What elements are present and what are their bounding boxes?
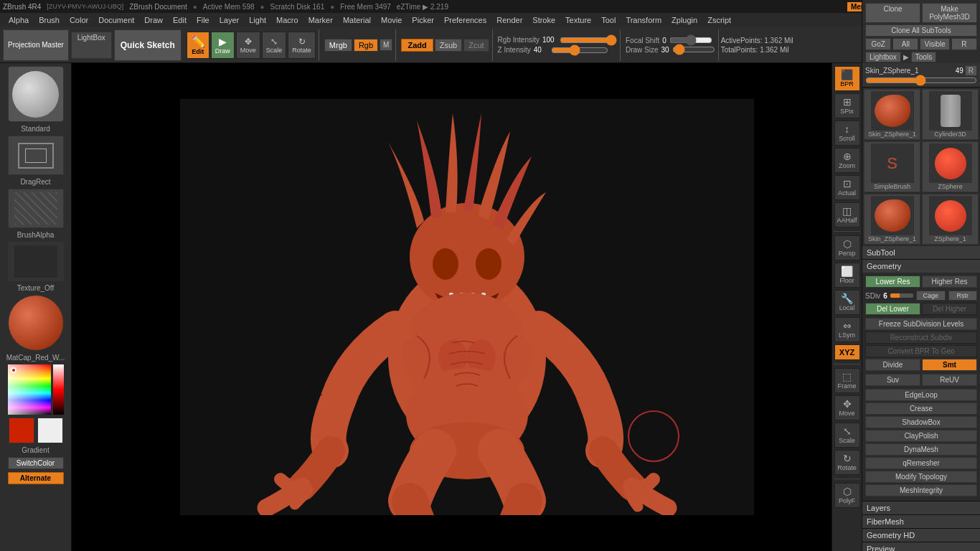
- brush-alpha-thumbnail[interactable]: [8, 189, 64, 228]
- floor-button[interactable]: ⬜ Floor: [834, 263, 860, 288]
- menu-marker[interactable]: Marker: [304, 14, 337, 26]
- texture-thumbnail[interactable]: [8, 242, 64, 281]
- reconstruct-subdiv-button[interactable]: Reconstruct Subdiv: [865, 331, 977, 344]
- aahalf-button[interactable]: ◫ AAHalf: [834, 202, 860, 227]
- menu-zplugin[interactable]: Zplugin: [667, 14, 702, 26]
- move-tool-button[interactable]: ✥ Move: [834, 395, 860, 420]
- menu-edit[interactable]: Edit: [169, 14, 191, 26]
- rgb-intensity-slider[interactable]: [560, 37, 617, 43]
- del-higher-button[interactable]: Del Higher: [922, 303, 977, 315]
- clone-button[interactable]: Clone: [865, 3, 920, 23]
- rotate-button[interactable]: ↻ Rotate: [288, 32, 316, 59]
- matcap-thumbnail[interactable]: [8, 295, 64, 351]
- menu-zscript[interactable]: Zscript: [703, 14, 735, 26]
- geometry-hd-header[interactable]: Geometry HD: [862, 529, 980, 542]
- menu-render[interactable]: Render: [492, 14, 527, 26]
- menu-transform[interactable]: Transform: [621, 14, 666, 26]
- scroll-button[interactable]: ↕ Scroll: [834, 121, 860, 146]
- zadd-button[interactable]: Zadd: [401, 39, 433, 52]
- higher-res-button[interactable]: Higher Res: [922, 276, 977, 288]
- qremesher-button[interactable]: qRemesher: [865, 457, 977, 469]
- local-button[interactable]: 🔧 Local: [834, 290, 860, 315]
- z-intensity-slider[interactable]: [551, 47, 608, 53]
- lsym-button[interactable]: ⇔ LSym: [834, 317, 860, 342]
- frame-button[interactable]: ⬚ Frame: [834, 368, 860, 393]
- menu-file[interactable]: File: [192, 14, 214, 26]
- canvas-area[interactable]: [72, 63, 862, 551]
- switch-color-button[interactable]: SwitchColor: [8, 457, 64, 469]
- mrgb-button[interactable]: Mrgb: [324, 39, 352, 52]
- all-button[interactable]: All: [892, 38, 918, 50]
- move-button[interactable]: ✥ Move: [236, 32, 260, 59]
- rotate-tool-button[interactable]: ↻ Rotate: [834, 450, 860, 475]
- preview-header[interactable]: Preview: [862, 542, 980, 551]
- draw-button[interactable]: ▶ Draw: [211, 32, 235, 59]
- sdiv-slider[interactable]: [890, 293, 913, 298]
- thumb-skin-zsphere1[interactable]: Skin_ZSphere_1: [864, 89, 920, 140]
- foreground-swatch[interactable]: [9, 418, 34, 443]
- zsub-button[interactable]: Zsub: [435, 39, 462, 52]
- thumb-skin-zsphere1b[interactable]: Skin_ZSphere_1: [864, 194, 920, 245]
- dynamesh-button[interactable]: DynaMesh: [865, 443, 977, 456]
- convert-bpr-button[interactable]: Convert BPR To Geo: [865, 345, 977, 357]
- zcut-button[interactable]: Zcut: [463, 39, 489, 52]
- persp-button[interactable]: ⬡ Persp: [834, 235, 860, 260]
- make-polymesh3d-button[interactable]: Make PolyMesh3D: [922, 3, 977, 23]
- m-button[interactable]: M: [380, 39, 392, 51]
- background-swatch[interactable]: [37, 418, 63, 443]
- menu-tool[interactable]: Tool: [597, 14, 620, 26]
- menu-brush[interactable]: Brush: [34, 14, 64, 26]
- actual-button[interactable]: ⊡ Actual: [834, 175, 860, 200]
- bpr-button[interactable]: ⬛ BPR: [834, 66, 860, 91]
- suv-button[interactable]: Suv: [865, 374, 920, 386]
- rgb-button[interactable]: Rgb: [354, 39, 378, 52]
- r-button[interactable]: R: [951, 38, 977, 50]
- geometry-header[interactable]: Geometry: [862, 260, 980, 273]
- skin-slider[interactable]: [865, 77, 977, 83]
- claypolish-button[interactable]: ClayPolish: [865, 430, 977, 442]
- rstr-button[interactable]: Rstr: [948, 291, 977, 301]
- layers-header[interactable]: Layers: [862, 501, 980, 514]
- shadowbox-button[interactable]: ShadowBox: [865, 416, 977, 428]
- meshintegrity-button[interactable]: MeshIntegrity: [865, 484, 977, 496]
- quick-sketch-button[interactable]: Quick Sketch: [114, 29, 182, 61]
- edit-button[interactable]: ✏️ Edit: [187, 32, 209, 59]
- menu-material[interactable]: Material: [339, 14, 375, 26]
- menu-movie[interactable]: Movie: [377, 14, 406, 26]
- goz-button[interactable]: GoZ: [865, 38, 891, 50]
- menu-macro[interactable]: Macro: [272, 14, 303, 26]
- edgeloop-button[interactable]: EdgeLoop: [865, 389, 977, 401]
- projection-master-button[interactable]: Projection Master: [3, 29, 69, 61]
- menu-alpha[interactable]: Alpha: [4, 14, 33, 26]
- menu-draw[interactable]: Draw: [140, 14, 167, 26]
- crease-button[interactable]: Crease: [865, 402, 977, 415]
- tools-panel-button[interactable]: Tools: [911, 52, 936, 62]
- visible-button[interactable]: Visible: [920, 38, 949, 50]
- thumb-cylinder3d[interactable]: Cylinder3D: [922, 89, 979, 140]
- fibermesh-header[interactable]: FiberMesh: [862, 515, 980, 528]
- modify-topology-button[interactable]: Modify Topology: [865, 471, 977, 483]
- menu-texture[interactable]: Texture: [561, 14, 595, 26]
- thumb-zsphere1[interactable]: ZSphere_1: [922, 194, 979, 245]
- lower-res-button[interactable]: Lower Res: [865, 276, 920, 288]
- divide-button[interactable]: Divide: [865, 359, 920, 371]
- menu-preferences[interactable]: Preferences: [440, 14, 491, 26]
- lightbox-button[interactable]: LightBox: [71, 32, 112, 59]
- thumb-zsphere[interactable]: ZSphere: [922, 141, 979, 192]
- focal-shift-slider[interactable]: [669, 37, 712, 43]
- lightbox-panel-button[interactable]: Lightbox: [865, 52, 901, 62]
- menu-layer[interactable]: Layer: [215, 14, 244, 26]
- thumb-simplebrush[interactable]: S SimpleBrush: [864, 141, 920, 192]
- menu-document[interactable]: Document: [94, 14, 138, 26]
- alternate-button[interactable]: Alternate: [8, 472, 64, 484]
- menu-stroke[interactable]: Stroke: [528, 14, 560, 26]
- reuv-button[interactable]: ReUV: [922, 374, 977, 386]
- clone-all-subtools-button[interactable]: Clone All SubTools: [865, 24, 977, 37]
- xyz-button[interactable]: XYZ: [834, 344, 860, 360]
- menu-picker[interactable]: Picker: [407, 14, 438, 26]
- freeze-subdiv-button[interactable]: Freeze SubDivision Levels: [865, 318, 977, 330]
- cage-button[interactable]: Cage: [916, 291, 945, 301]
- draw-size-slider[interactable]: [672, 47, 715, 52]
- subtool-header[interactable]: SubTool: [862, 246, 980, 259]
- brush-thumbnail[interactable]: [8, 66, 64, 122]
